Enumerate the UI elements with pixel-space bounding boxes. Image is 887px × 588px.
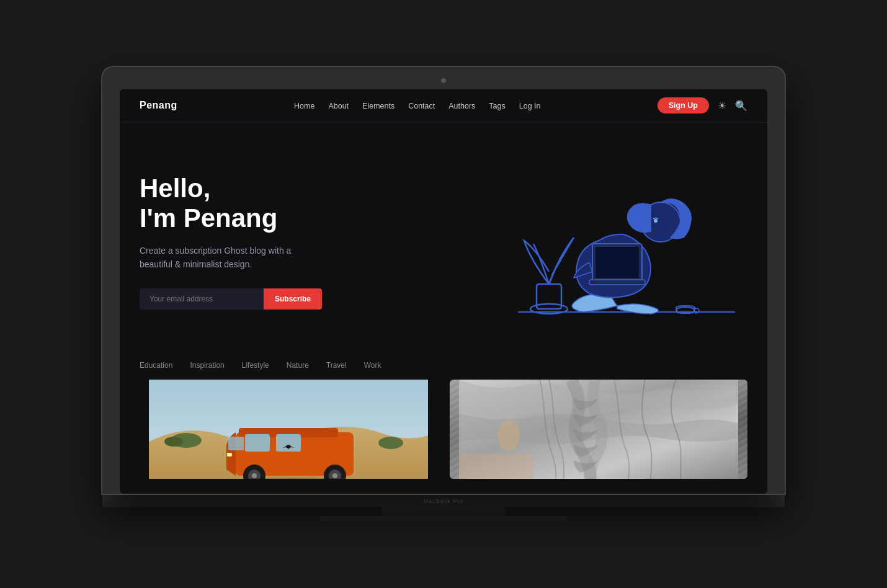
svg-point-15 bbox=[654, 219, 657, 223]
signup-button[interactable]: Sign Up bbox=[657, 97, 709, 114]
category-travel[interactable]: Travel bbox=[326, 361, 347, 370]
hair-scene-image bbox=[450, 380, 747, 479]
search-icon: 🔍 bbox=[735, 100, 747, 112]
site-logo[interactable]: Penang bbox=[140, 100, 177, 111]
laptop-foot bbox=[319, 516, 568, 521]
email-input[interactable] bbox=[140, 288, 264, 310]
category-work[interactable]: Work bbox=[364, 361, 381, 370]
laptop-container: Penang Home About Elements Contact Autho… bbox=[102, 67, 785, 522]
theme-toggle-button[interactable]: ☀ bbox=[718, 100, 726, 112]
svg-point-32 bbox=[332, 473, 337, 478]
svg-rect-24 bbox=[245, 434, 270, 452]
hero-section: Hello, I'm Penang Create a subscription … bbox=[120, 123, 767, 355]
nav-home[interactable]: Home bbox=[294, 102, 314, 110]
hero-title-line1: Hello, bbox=[140, 174, 210, 203]
svg-rect-37 bbox=[459, 454, 533, 479]
van-scene-image bbox=[140, 380, 437, 479]
hero-title: Hello, I'm Penang bbox=[140, 174, 322, 234]
categories-bar: Education Inspiration Lifestyle Nature T… bbox=[120, 355, 767, 380]
category-inspiration[interactable]: Inspiration bbox=[190, 361, 224, 370]
card-hair[interactable] bbox=[450, 380, 747, 479]
laptop-base: MacBook Pro bbox=[102, 494, 785, 507]
hero-subtitle: Create a subscription Ghost blog with ab… bbox=[140, 244, 322, 272]
screen: Penang Home About Elements Contact Autho… bbox=[120, 89, 767, 494]
hero-title-line2: I'm Penang bbox=[140, 203, 277, 233]
svg-rect-13 bbox=[589, 280, 645, 285]
nav-authors[interactable]: Authors bbox=[448, 102, 475, 110]
laptop-stand bbox=[381, 507, 506, 516]
nav-tags[interactable]: Tags bbox=[489, 102, 505, 110]
nav-about[interactable]: About bbox=[328, 102, 349, 110]
nav-login[interactable]: Log In bbox=[519, 102, 541, 110]
nav-actions: Sign Up ☀ 🔍 bbox=[657, 97, 747, 114]
subscribe-button[interactable]: Subscribe bbox=[264, 288, 322, 310]
category-nature[interactable]: Nature bbox=[287, 361, 309, 370]
svg-rect-33 bbox=[227, 453, 232, 457]
category-education[interactable]: Education bbox=[140, 361, 172, 370]
svg-point-29 bbox=[252, 473, 257, 478]
sun-icon: ☀ bbox=[718, 100, 726, 112]
cards-section bbox=[120, 380, 767, 479]
svg-point-36 bbox=[497, 420, 520, 451]
card-van[interactable] bbox=[140, 380, 437, 479]
svg-rect-26 bbox=[228, 437, 244, 450]
laptop-frame: Penang Home About Elements Contact Autho… bbox=[102, 67, 785, 494]
subscribe-form: Subscribe bbox=[140, 288, 322, 310]
navbar: Penang Home About Elements Contact Autho… bbox=[120, 89, 767, 123]
search-button[interactable]: 🔍 bbox=[735, 100, 747, 112]
hero-content: Hello, I'm Penang Create a subscription … bbox=[140, 174, 322, 310]
nav-elements[interactable]: Elements bbox=[362, 102, 394, 110]
svg-point-20 bbox=[164, 437, 183, 447]
macbook-label: MacBook Pro bbox=[423, 498, 463, 504]
nav-links: Home About Elements Contact Authors Tags… bbox=[294, 100, 540, 111]
category-lifestyle[interactable]: Lifestyle bbox=[242, 361, 269, 370]
svg-point-21 bbox=[378, 437, 403, 449]
hero-illustration bbox=[487, 148, 747, 336]
camera-notch bbox=[441, 78, 446, 83]
nav-contact[interactable]: Contact bbox=[408, 102, 435, 110]
svg-rect-12 bbox=[595, 247, 639, 278]
